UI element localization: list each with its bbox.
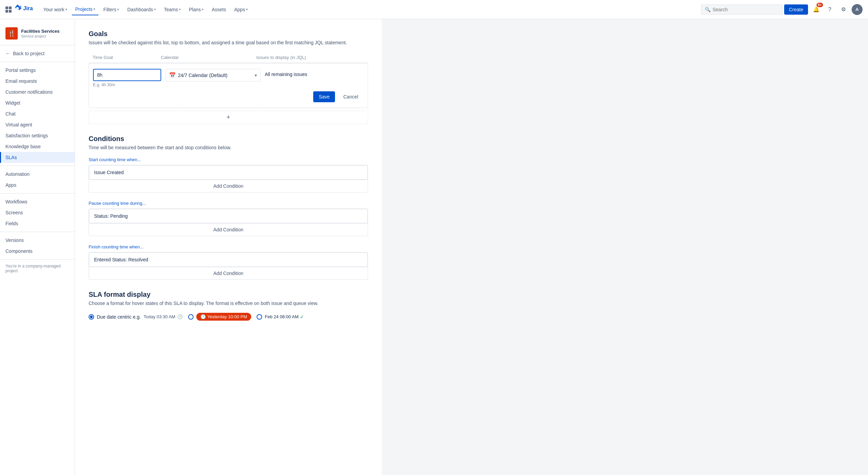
format-option-due-date[interactable]: Due date centric e.g. Today 03:30 AM 🕐	[89, 314, 183, 320]
sidebar-item-automation[interactable]: Automation	[0, 169, 75, 180]
chevron-down-icon: ▾	[93, 7, 95, 11]
radio-overdue[interactable]	[188, 314, 194, 320]
nav-plans[interactable]: Plans ▾	[185, 4, 207, 15]
finish-condition-label: Finish counting time when...	[89, 244, 368, 249]
add-pause-condition-button[interactable]: Add Condition	[89, 223, 368, 236]
overdue-clock-icon: 🕐	[200, 314, 206, 319]
chevron-down-icon: ▾	[246, 7, 248, 11]
calendar-value: 24/7 Calendar (Default)	[178, 73, 228, 78]
pause-condition-block: Pause counting time during... Status: Pe…	[89, 201, 368, 236]
sidebar-item-knowledge-base[interactable]: Knowledge base	[0, 141, 75, 152]
nav-projects[interactable]: Projects ▾	[72, 4, 99, 15]
user-avatar[interactable]: A	[852, 4, 863, 15]
time-hint: E.g. 4h 30m	[93, 82, 161, 87]
nav-dashboards[interactable]: Dashboards ▾	[124, 4, 159, 15]
chevron-down-icon: ▾	[255, 73, 257, 78]
sidebar: 🍴 Facilities Services Service project ← …	[0, 19, 75, 475]
search-box[interactable]: 🔍	[701, 4, 783, 15]
project-icon: 🍴	[5, 27, 18, 40]
sidebar-item-widget[interactable]: Widget	[0, 97, 75, 108]
add-finish-condition-button[interactable]: Add Condition	[89, 267, 368, 279]
project-name: Facilities Services	[21, 29, 60, 34]
nav-filters[interactable]: Filters ▾	[100, 4, 122, 15]
page-layout: 🍴 Facilities Services Service project ← …	[0, 19, 868, 475]
nav-assets[interactable]: Assets	[208, 4, 229, 15]
jira-logo: Jira	[14, 4, 36, 14]
sla-format-title: SLA format display	[89, 291, 368, 298]
sidebar-item-fields[interactable]: Fields	[0, 218, 75, 229]
goal-row: E.g. 4h 30m 📅 24/7 Calendar (Default) ▾ …	[89, 63, 368, 108]
save-button[interactable]: Save	[313, 91, 335, 102]
sidebar-item-apps[interactable]: Apps	[0, 180, 75, 190]
chevron-down-icon: ▾	[154, 7, 156, 11]
pause-condition-label: Pause counting time during...	[89, 201, 368, 206]
nav-teams[interactable]: Teams ▾	[161, 4, 184, 15]
sidebar-divider-4	[0, 232, 75, 232]
sidebar-item-screens[interactable]: Screens	[0, 207, 75, 218]
ok-badge: Feb 24 08:00 AM ✓	[265, 314, 304, 320]
sidebar-footer: You're in a company-managed project	[0, 259, 75, 277]
search-input[interactable]	[713, 7, 779, 12]
logo[interactable]: Jira	[5, 4, 36, 14]
check-icon: ✓	[300, 314, 304, 320]
pause-condition-value: Status: Pending	[89, 209, 368, 223]
cancel-button[interactable]: Cancel	[338, 91, 364, 102]
sidebar-item-customer-notifications[interactable]: Customer notifications	[0, 87, 75, 97]
notifications-button[interactable]: 🔔 9+	[811, 4, 822, 15]
start-condition-block: Start counting time when... Issue Create…	[89, 157, 368, 193]
radio-due-date[interactable]	[89, 314, 94, 320]
chevron-down-icon: ▾	[179, 7, 181, 11]
search-icon: 🔍	[705, 7, 711, 12]
conditions-section: Conditions Time will be measured between…	[89, 135, 368, 280]
sidebar-item-workflows[interactable]: Workflows	[0, 196, 75, 207]
chevron-down-icon: ▾	[65, 7, 67, 11]
issues-display: All remaining issues	[265, 69, 364, 77]
col-calendar: Calendar	[161, 55, 256, 60]
back-to-project-link[interactable]: ← Back to project	[0, 48, 75, 59]
start-condition-wrapper: Issue Created Add Condition	[89, 165, 368, 193]
sidebar-item-email-requests[interactable]: Email requests	[0, 76, 75, 87]
start-condition-label: Start counting time when...	[89, 157, 368, 162]
pause-condition-wrapper: Status: Pending Add Condition	[89, 209, 368, 236]
format-option-ok[interactable]: Feb 24 08:00 AM ✓	[257, 314, 304, 320]
add-start-condition-button[interactable]: Add Condition	[89, 180, 368, 192]
sidebar-item-portal-settings[interactable]: Portal settings	[0, 65, 75, 76]
radio-ok[interactable]	[257, 314, 262, 320]
sidebar-divider	[0, 62, 75, 62]
nav-your-work[interactable]: Your work ▾	[40, 4, 71, 15]
sidebar-item-components[interactable]: Components	[0, 246, 75, 257]
goals-section: Goals Issues will be checked against thi…	[89, 30, 368, 124]
sla-format-section: SLA format display Choose a format for h…	[89, 291, 368, 321]
due-date-label: Due date centric e.g.	[97, 314, 141, 320]
time-goal-input[interactable]	[93, 69, 161, 81]
sidebar-item-virtual-agent[interactable]: Virtual agent	[0, 119, 75, 130]
chevron-down-icon: ▾	[202, 7, 203, 11]
app-switcher-icon[interactable]	[5, 6, 12, 13]
plus-icon: +	[227, 114, 230, 121]
project-header: 🍴 Facilities Services Service project	[0, 25, 75, 45]
top-navigation: Jira Your work ▾ Projects ▾ Filters ▾ Da…	[0, 0, 868, 19]
col-time-goal: Time Goal	[93, 55, 161, 60]
chevron-down-icon: ▾	[117, 7, 119, 11]
svg-text:Jira: Jira	[23, 5, 33, 11]
goals-description: Issues will be checked against this list…	[89, 40, 368, 45]
calendar-dropdown[interactable]: 📅 24/7 Calendar (Default) ▾	[165, 69, 261, 81]
back-icon: ←	[5, 51, 10, 56]
sidebar-item-versions[interactable]: Versions	[0, 235, 75, 246]
project-type: Service project	[21, 34, 60, 38]
format-options: Due date centric e.g. Today 03:30 AM 🕐 🕐…	[89, 313, 368, 321]
overdue-badge: 🕐 Yesterday 10:00 PM	[196, 313, 251, 321]
sidebar-item-chat[interactable]: Chat	[0, 108, 75, 119]
format-option-overdue[interactable]: 🕐 Yesterday 10:00 PM	[188, 313, 251, 321]
finish-condition-value: Entered Status: Resolved	[89, 252, 368, 267]
settings-button[interactable]: ⚙	[838, 4, 849, 15]
create-button[interactable]: Create	[784, 4, 808, 15]
nav-apps[interactable]: Apps ▾	[231, 4, 251, 15]
sidebar-item-satisfaction-settings[interactable]: Satisfaction settings	[0, 130, 75, 141]
sidebar-item-slas[interactable]: SLAs	[0, 152, 75, 163]
add-goal-row-button[interactable]: +	[89, 111, 368, 124]
topnav-actions: Create 🔔 9+ ? ⚙ A	[784, 4, 863, 15]
conditions-title: Conditions	[89, 135, 368, 143]
help-button[interactable]: ?	[824, 4, 835, 15]
goal-actions: Save Cancel	[93, 91, 364, 102]
